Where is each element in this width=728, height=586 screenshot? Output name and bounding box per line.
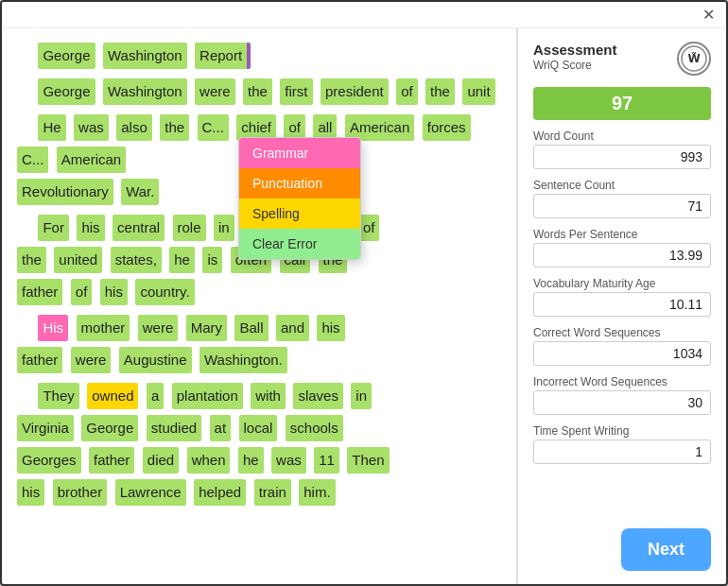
word[interactable]: War. bbox=[121, 179, 159, 205]
word[interactable]: Augustine bbox=[119, 347, 192, 373]
assessment-header: Assessment WriQ Score W̃ bbox=[533, 42, 711, 76]
word[interactable]: Lawrence bbox=[115, 479, 186, 506]
metric-value-incorrect-word-sequences: 30 bbox=[533, 390, 711, 415]
metric-incorrect-word-sequences: Incorrect Word Sequences 30 bbox=[533, 375, 711, 415]
word[interactable]: of bbox=[358, 215, 380, 241]
context-menu-punctuation[interactable]: Punctuation bbox=[239, 168, 360, 198]
word-owned-yellow[interactable]: owned bbox=[87, 383, 138, 409]
paragraph-1: George Washington Report bbox=[15, 40, 503, 72]
word[interactable]: also bbox=[116, 114, 152, 141]
word[interactable]: central bbox=[113, 215, 165, 241]
word[interactable]: Ball bbox=[234, 315, 268, 341]
word[interactable]: Georges bbox=[17, 447, 81, 474]
word[interactable]: when bbox=[187, 447, 231, 474]
word[interactable]: slaves bbox=[293, 383, 343, 409]
word[interactable]: states, bbox=[111, 247, 162, 273]
word[interactable]: country. bbox=[135, 279, 194, 305]
word[interactable]: is bbox=[202, 247, 222, 273]
word[interactable]: Virginia bbox=[17, 415, 74, 441]
next-button[interactable]: Next bbox=[621, 528, 711, 571]
word[interactable]: his bbox=[100, 279, 128, 305]
word[interactable]: in bbox=[351, 383, 372, 409]
word[interactable]: was bbox=[271, 447, 306, 474]
word[interactable]: father bbox=[17, 279, 62, 305]
word[interactable]: Washington. bbox=[199, 347, 287, 373]
word[interactable]: of bbox=[396, 78, 418, 105]
word[interactable]: father bbox=[17, 347, 62, 373]
word[interactable]: schools bbox=[286, 415, 343, 441]
word[interactable]: Then bbox=[347, 447, 389, 474]
title-bar: ✕ bbox=[2, 2, 726, 28]
metric-vocabulary-maturity: Vocabulary Maturity Age 10.11 bbox=[533, 277, 711, 317]
word[interactable]: brother bbox=[53, 479, 108, 506]
close-button[interactable]: ✕ bbox=[699, 6, 719, 24]
word[interactable]: 11 bbox=[314, 447, 339, 474]
wriq-score-label: WriQ Score bbox=[533, 59, 616, 72]
word[interactable]: train bbox=[254, 479, 291, 506]
main-content: George Washington Report George Washingt… bbox=[2, 28, 726, 584]
word[interactable]: American bbox=[57, 146, 126, 173]
word[interactable]: the bbox=[17, 247, 46, 273]
word[interactable]: mother bbox=[77, 315, 130, 341]
word[interactable]: he bbox=[238, 447, 264, 474]
metric-label-sentence-count: Sentence Count bbox=[533, 179, 711, 192]
word[interactable]: of bbox=[71, 279, 93, 305]
metric-value-sentence-count: 71 bbox=[533, 194, 711, 218]
word[interactable]: Mary bbox=[186, 315, 227, 341]
word[interactable]: with bbox=[251, 383, 286, 409]
word[interactable]: He bbox=[38, 114, 65, 141]
word[interactable]: in bbox=[214, 215, 234, 241]
word[interactable]: and bbox=[276, 315, 309, 341]
word[interactable]: Washington bbox=[103, 78, 187, 105]
word[interactable]: he bbox=[169, 247, 195, 273]
word[interactable]: a bbox=[147, 383, 164, 409]
word[interactable]: his bbox=[317, 315, 344, 341]
text-panel: George Washington Report George Washingt… bbox=[2, 28, 518, 584]
word[interactable]: the bbox=[243, 78, 272, 105]
word[interactable]: were bbox=[195, 78, 235, 105]
word[interactable]: his bbox=[17, 479, 44, 506]
metric-label-incorrect-word-sequences: Incorrect Word Sequences bbox=[533, 375, 711, 388]
metric-value-vocabulary-maturity: 10.11 bbox=[533, 292, 711, 317]
metric-sentence-count: Sentence Count 71 bbox=[533, 179, 711, 218]
word[interactable]: forces bbox=[423, 114, 471, 141]
word[interactable]: unit bbox=[462, 78, 494, 105]
word[interactable]: Report bbox=[195, 43, 251, 69]
word[interactable]: plantation bbox=[172, 383, 243, 409]
context-menu-grammar[interactable]: Grammar bbox=[239, 138, 360, 168]
word[interactable]: They bbox=[38, 383, 78, 409]
word[interactable]: him. bbox=[299, 479, 335, 506]
word[interactable]: C... bbox=[17, 146, 48, 173]
word[interactable]: father bbox=[89, 447, 134, 474]
word[interactable]: the bbox=[160, 114, 189, 141]
word[interactable]: united bbox=[54, 247, 102, 273]
word[interactable]: George bbox=[38, 43, 95, 69]
word[interactable]: the bbox=[425, 78, 455, 105]
word[interactable]: helped bbox=[194, 479, 246, 506]
word[interactable]: studied bbox=[147, 415, 201, 441]
word[interactable]: died bbox=[143, 447, 179, 474]
word[interactable]: first bbox=[280, 78, 312, 105]
metric-time-spent: Time Spent Writing 1 bbox=[533, 424, 711, 464]
metric-value-word-count: 993 bbox=[533, 145, 711, 169]
word[interactable]: at bbox=[210, 415, 232, 441]
word[interactable]: local bbox=[239, 415, 278, 441]
word[interactable]: his bbox=[77, 215, 104, 241]
context-menu-clear-error[interactable]: Clear Error bbox=[239, 229, 360, 259]
word[interactable]: For bbox=[38, 215, 69, 241]
word[interactable]: Revolutionary bbox=[17, 179, 113, 205]
word[interactable]: was bbox=[74, 114, 109, 141]
word-his-pink[interactable]: His bbox=[38, 315, 68, 341]
metric-label-time-spent: Time Spent Writing bbox=[533, 424, 711, 438]
word[interactable]: George bbox=[81, 415, 138, 441]
metric-words-per-sentence: Words Per Sentence 13.99 bbox=[533, 228, 711, 267]
word[interactable]: Washington bbox=[103, 43, 187, 69]
word[interactable]: role bbox=[173, 215, 206, 241]
word[interactable]: were bbox=[138, 315, 179, 341]
word[interactable]: were bbox=[71, 347, 112, 373]
word[interactable]: George bbox=[38, 78, 95, 105]
word[interactable]: president bbox=[321, 78, 389, 105]
context-menu-spelling[interactable]: Spelling bbox=[239, 198, 360, 229]
svg-text:W̃: W̃ bbox=[687, 52, 700, 65]
word[interactable]: C... bbox=[198, 114, 229, 141]
